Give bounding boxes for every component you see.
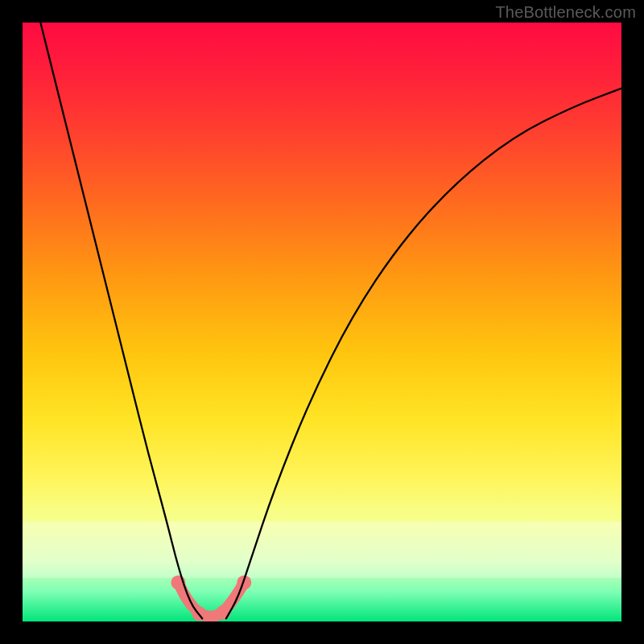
curve-right <box>226 89 621 618</box>
marker-dot <box>216 605 230 620</box>
watermark-text: TheBottleneck.com <box>495 3 636 22</box>
curve-left <box>40 23 202 618</box>
curve-layer <box>23 23 621 621</box>
chart-stage: TheBottleneck.com <box>0 0 644 644</box>
plot-area <box>23 23 621 621</box>
